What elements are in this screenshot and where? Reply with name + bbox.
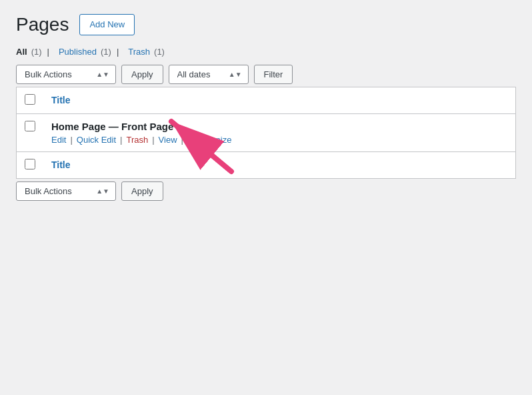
row-content-cell: Home Page — Front Page Edit Quick Edit T… [43,113,516,151]
bulk-actions-wrapper: Bulk Actions ▲▼ [16,65,116,84]
filter-published-link[interactable]: Published [59,47,97,57]
row-page-title: Home Page — Front Page [51,121,507,132]
header-title-cell: Title [43,87,516,113]
filter-trash-count: (1) [154,47,165,57]
row-actions: Edit Quick Edit Trash View Revisionize [51,135,507,145]
filter-all: All (1) [16,47,42,57]
filter-trash[interactable]: Trash (1) [111,47,165,57]
bottom-bulk-actions-select[interactable]: Bulk Actions [16,181,116,201]
add-new-button[interactable]: Add New [79,14,135,35]
filter-links: All (1) Published (1) Trash (1) [16,47,516,57]
footer-select-all-checkbox[interactable] [25,159,35,169]
all-dates-wrapper: All dates ▲▼ [169,65,249,84]
table-footer-row: Title [17,151,516,178]
view-link[interactable]: View [159,135,177,145]
header-checkbox-cell [17,87,44,113]
action-view[interactable]: View [148,135,177,145]
bulk-actions-select[interactable]: Bulk Actions [16,65,116,84]
page-header: Pages Add New [16,13,516,36]
all-dates-select[interactable]: All dates [169,65,249,84]
page-title: Pages [16,13,69,36]
bottom-bulk-actions-wrapper: Bulk Actions ▲▼ [16,181,116,201]
row-checkbox[interactable] [25,121,35,131]
select-all-checkbox[interactable] [25,94,35,105]
bottom-apply-button[interactable]: Apply [121,181,163,201]
pages-table: Title Home Page — Front Page Edit Quick … [16,87,516,179]
action-quick-edit[interactable]: Quick Edit [66,135,116,145]
action-revisionize[interactable]: Revisionize [177,135,232,145]
top-apply-button[interactable]: Apply [121,65,163,84]
top-toolbar: Bulk Actions ▲▼ Apply All dates ▲▼ Filte… [16,65,516,84]
header-title-link[interactable]: Title [51,95,71,105]
footer-title-link[interactable]: Title [51,159,71,170]
quick-edit-link[interactable]: Quick Edit [77,135,116,145]
bottom-toolbar: Bulk Actions ▲▼ Apply [16,181,516,201]
filter-button[interactable]: Filter [254,65,293,84]
filter-trash-link[interactable]: Trash [128,47,150,57]
footer-title-cell: Title [43,151,516,178]
action-edit[interactable]: Edit [51,135,66,145]
filter-published[interactable]: Published (1) [42,47,111,57]
trash-link[interactable]: Trash [126,135,148,145]
table-row: Home Page — Front Page Edit Quick Edit T… [17,113,516,151]
filter-published-count: (1) [101,47,111,57]
table-header-row: Title [17,87,516,113]
edit-link[interactable]: Edit [51,135,66,145]
row-checkbox-cell [17,113,44,151]
revisionize-link[interactable]: Revisionize [187,135,231,145]
filter-all-label: All [16,47,27,57]
filter-all-count: (1) [31,47,42,57]
footer-checkbox-cell [17,151,44,178]
action-trash[interactable]: Trash [116,135,148,145]
